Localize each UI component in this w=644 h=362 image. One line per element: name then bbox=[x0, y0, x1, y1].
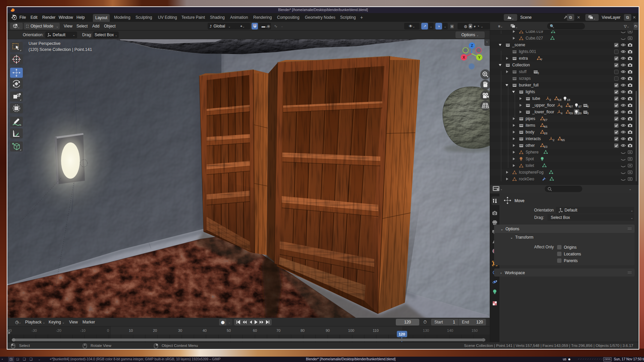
svg-text:lights: lights bbox=[526, 89, 535, 94]
svg-text:66: 66 bbox=[544, 125, 547, 128]
svg-text:39: 39 bbox=[570, 112, 573, 115]
svg-text:_scene: _scene bbox=[512, 43, 525, 47]
svg-text:⌄: ⌄ bbox=[631, 209, 633, 212]
svg-text:Select Box: Select Box bbox=[551, 215, 570, 220]
svg-text:⌄: ⌄ bbox=[629, 187, 632, 191]
svg-text:Cube.027: Cube.027 bbox=[526, 36, 543, 41]
svg-text:bunker_full: bunker_full bbox=[519, 83, 539, 87]
svg-text:Collection: Collection bbox=[512, 63, 530, 67]
svg-text:toilet: toilet bbox=[526, 163, 534, 168]
svg-text:18: 18 bbox=[567, 98, 570, 102]
svg-text:95: 95 bbox=[561, 138, 565, 142]
svg-text:Move: Move bbox=[515, 198, 525, 203]
svg-text:Orientation: Orientation bbox=[534, 208, 554, 213]
svg-text:scraps: scraps bbox=[519, 76, 531, 81]
svg-text:10: 10 bbox=[129, 328, 133, 333]
svg-text:Affect Only: Affect Only bbox=[534, 245, 554, 249]
svg-text:⌄: ⌄ bbox=[631, 216, 633, 220]
svg-text:⌄: ⌄ bbox=[500, 187, 503, 191]
svg-text:items: items bbox=[526, 123, 535, 128]
svg-text:6: 6 bbox=[587, 105, 589, 108]
svg-text:97: 97 bbox=[578, 105, 582, 108]
svg-text:4: 4 bbox=[561, 112, 562, 115]
svg-text:40: 40 bbox=[203, 328, 207, 333]
svg-text:27: 27 bbox=[544, 118, 547, 122]
svg-text:other: other bbox=[526, 143, 535, 148]
svg-text:Transform: Transform bbox=[515, 235, 533, 240]
svg-text:18: 18 bbox=[558, 98, 561, 102]
svg-text:Sphere: Sphere bbox=[526, 150, 539, 155]
svg-text:Default: Default bbox=[565, 208, 578, 213]
svg-text:39: 39 bbox=[578, 112, 582, 115]
svg-text:Options: Options bbox=[505, 227, 519, 231]
svg-text:6: 6 bbox=[561, 105, 562, 108]
svg-text:Drag:: Drag: bbox=[534, 215, 544, 220]
svg-text:2: 2 bbox=[549, 98, 551, 102]
svg-text:2: 2 bbox=[553, 138, 554, 142]
svg-text:_lower_floor: _lower_floor bbox=[532, 110, 554, 114]
svg-text:90: 90 bbox=[326, 328, 330, 333]
svg-text:28: 28 bbox=[544, 132, 547, 135]
svg-text:97: 97 bbox=[570, 105, 573, 108]
svg-text:Cube.019: Cube.019 bbox=[526, 31, 543, 34]
svg-text:stuff: stuff bbox=[519, 69, 527, 74]
svg-text:20: 20 bbox=[153, 328, 157, 333]
svg-text:⌄: ⌄ bbox=[500, 227, 503, 231]
svg-text:3: 3 bbox=[537, 71, 539, 75]
svg-text:body: body bbox=[526, 130, 534, 134]
svg-text:23: 23 bbox=[544, 145, 547, 148]
svg-text:Origins: Origins bbox=[564, 245, 577, 250]
svg-text:Y: Y bbox=[478, 55, 481, 59]
svg-text:lights.001: lights.001 bbox=[519, 49, 536, 54]
svg-text:30: 30 bbox=[178, 328, 182, 333]
svg-text:100: 100 bbox=[348, 328, 354, 333]
svg-text:Parents: Parents bbox=[564, 258, 578, 263]
svg-text:Locations: Locations bbox=[564, 252, 581, 256]
svg-text:60: 60 bbox=[253, 328, 257, 333]
svg-text:X: X bbox=[463, 55, 465, 59]
svg-text:Workspace: Workspace bbox=[505, 270, 525, 275]
svg-text:›: › bbox=[500, 271, 501, 275]
svg-text:120: 120 bbox=[398, 332, 405, 336]
svg-text:interacts: interacts bbox=[526, 136, 541, 141]
svg-text:50: 50 bbox=[227, 328, 231, 333]
svg-text:extra: extra bbox=[519, 56, 528, 61]
svg-text:7: 7 bbox=[541, 58, 542, 61]
svg-text:tube: tube bbox=[532, 96, 540, 101]
svg-text:80: 80 bbox=[301, 328, 305, 333]
svg-text:rockGeo: rockGeo bbox=[519, 177, 534, 181]
svg-text:pipes: pipes bbox=[526, 116, 535, 121]
svg-text:Spot: Spot bbox=[526, 157, 534, 161]
svg-text:IcosphereFog: IcosphereFog bbox=[519, 170, 543, 175]
svg-text:70: 70 bbox=[276, 328, 280, 333]
svg-text:110: 110 bbox=[373, 328, 379, 333]
svg-text:Z: Z bbox=[471, 44, 473, 48]
svg-text:_upper_floor: _upper_floor bbox=[532, 103, 555, 108]
svg-text:⌄: ⌄ bbox=[510, 236, 513, 239]
svg-text:3: 3 bbox=[587, 112, 589, 115]
